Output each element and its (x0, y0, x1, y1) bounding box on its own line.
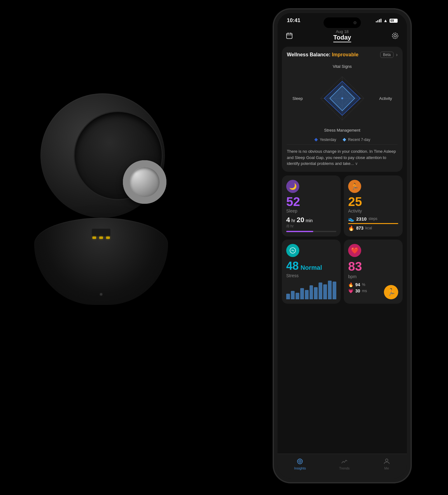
tab-bar: Insights Trends Me (278, 454, 407, 479)
wifi-icon: ▲ (383, 18, 388, 23)
metrics-grid-row1: 🌙 52 Sleep 4 hr 20 min /8 hr (282, 175, 403, 236)
bar (323, 284, 327, 299)
bar (314, 287, 318, 299)
wellness-status: Improvable (332, 52, 358, 57)
svg-point-5 (394, 35, 396, 37)
stress-card[interactable]: 48 Normal Stress (282, 240, 341, 304)
connector-pin (106, 236, 110, 239)
phone-screen: 10:41 ▲ 69 (278, 13, 407, 479)
radar-svg (314, 70, 370, 126)
bar (319, 283, 322, 299)
svg-rect-14 (314, 138, 318, 141)
dynamic-island (324, 17, 361, 28)
smart-ring (123, 160, 166, 204)
metrics-grid-row2: 48 Normal Stress (282, 240, 403, 304)
activity-score: 25 (348, 195, 362, 208)
spo2-icon: 🔥 (348, 282, 353, 287)
title-underline (333, 42, 351, 42)
stress-value-group: 48 Normal (286, 259, 336, 273)
heart-rate-unit: bpm (348, 274, 398, 279)
radar-label-vital: Vital Signs (333, 64, 352, 69)
bar (300, 288, 304, 299)
wellness-title: Wellness Balance: (287, 52, 330, 57)
svg-point-19 (300, 461, 301, 462)
tab-insights[interactable]: Insights (294, 458, 306, 470)
svg-rect-15 (343, 138, 346, 141)
bar (286, 294, 290, 299)
connector-pin (99, 236, 103, 239)
case-connector (92, 229, 110, 236)
radar-chart-container: Vital Signs Sleep Activity Stress Manage… (287, 62, 398, 135)
battery-indicator: 69 (390, 19, 398, 23)
svg-point-20 (385, 459, 388, 461)
tab-trends[interactable]: Trends (339, 458, 350, 470)
charging-case-base (34, 218, 168, 305)
steps-unit: steps (368, 217, 377, 221)
sleep-goal: /8 hr (286, 224, 336, 228)
connector-pin (92, 236, 96, 239)
bar (333, 282, 336, 299)
radar-legend: Yesterday Recent 7-day (287, 138, 398, 142)
phone-device: 10:41 ▲ 69 (274, 9, 411, 482)
camera-dot (353, 21, 357, 24)
heart-icon: ❤️ (348, 244, 361, 257)
sleep-score: 52 (286, 195, 300, 208)
calories-value: 873 (356, 226, 363, 231)
stress-icon (286, 244, 299, 257)
radar-label-activity: Activity (379, 96, 392, 101)
chevron-right-icon[interactable]: › (396, 52, 398, 58)
legend-yesterday-label: Yesterday (320, 138, 336, 142)
signal-icon (376, 19, 381, 22)
bar (296, 293, 299, 299)
sleep-hours: 4 (286, 216, 290, 224)
sleep-min-unit: min (306, 218, 313, 223)
bar (291, 291, 295, 299)
refresh-icon[interactable] (390, 30, 401, 41)
radar-label-sleep: Sleep (292, 96, 303, 101)
me-icon (383, 458, 390, 465)
trends-icon (341, 458, 348, 465)
sleep-icon: 🌙 (286, 180, 299, 193)
steps-value: 2310 (356, 216, 366, 222)
activity-card[interactable]: 🏃 25 Activity 👟 2310 steps 🔥 873 kcal (344, 175, 403, 236)
sleep-label: Sleep (286, 208, 336, 213)
stress-label: Stress (286, 273, 336, 278)
sleep-progress-bar (286, 231, 336, 232)
wellness-description: There is no obvious change in your condi… (287, 144, 398, 167)
steps-row: 👟 2310 steps (348, 216, 398, 222)
activity-label: Activity (348, 208, 398, 213)
wellness-title-group: Wellness Balance: Improvable (287, 52, 358, 58)
status-icons: ▲ 69 (376, 18, 398, 23)
stress-status: Normal (301, 264, 322, 271)
app-header: Aug 18 Today (278, 26, 407, 47)
legend-diamond-recent (343, 138, 346, 142)
connector-pins (92, 236, 110, 239)
charging-case-top (40, 93, 165, 218)
spo2-unit: % (362, 283, 366, 287)
tab-me[interactable]: Me (383, 458, 390, 470)
tab-trends-label: Trends (339, 466, 350, 470)
heart-rate-card[interactable]: ❤️ 83 bpm 🔥 94 % 💗 30 (344, 240, 403, 304)
radar-labels: Vital Signs Sleep Activity Stress Manage… (296, 64, 389, 133)
spo2-value: 94 (355, 282, 360, 287)
activity-orb[interactable]: 🏃 (384, 285, 398, 299)
svg-point-4 (392, 33, 398, 39)
wellness-card[interactable]: Wellness Balance: Improvable Beta › Vita… (282, 47, 403, 172)
legend-recent-label: Recent 7-day (348, 138, 370, 142)
bar (305, 290, 309, 299)
sleep-progress-fill (286, 231, 313, 232)
hrv-unit: ms (362, 289, 367, 293)
see-more-button[interactable]: ∨ (355, 161, 358, 166)
svg-point-13 (341, 97, 343, 99)
stress-number: 48 (286, 259, 299, 273)
tab-me-label: Me (384, 466, 389, 470)
sleep-card[interactable]: 🌙 52 Sleep 4 hr 20 min /8 hr (282, 175, 341, 236)
case-inner (75, 112, 162, 199)
calendar-icon[interactable] (284, 30, 295, 41)
ring-device (25, 93, 180, 373)
bar (328, 281, 332, 299)
wellness-badge: Beta › (380, 52, 398, 58)
svg-rect-0 (287, 33, 292, 39)
insights-icon (296, 458, 304, 465)
sleep-mins: 20 (297, 216, 304, 224)
